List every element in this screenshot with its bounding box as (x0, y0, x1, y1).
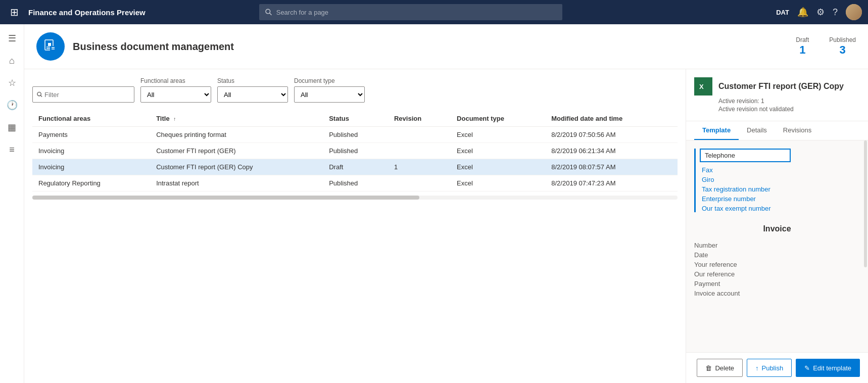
table-body: Payments Cheques printing format Publish… (32, 127, 678, 192)
sidebar-item-recent[interactable]: 🕐 (2, 95, 22, 115)
sidebar-item-favorites[interactable]: ☆ (2, 73, 22, 93)
list-icon: ≡ (9, 145, 15, 155)
delete-button[interactable]: 🗑 Delete (697, 359, 743, 377)
search-bar[interactable] (259, 4, 562, 20)
document-type-label: Document type (294, 77, 365, 84)
functional-areas-label: Functional areas (140, 77, 211, 84)
hamburger-icon: ☰ (8, 33, 16, 44)
cell-document-type: Excel (451, 143, 545, 159)
cell-modified: 8/2/2019 08:07:57 AM (545, 159, 678, 175)
draft-label: Draft (796, 36, 809, 43)
cell-revision (388, 127, 451, 143)
template-links: FaxGiroTax registration numberEnterprise… (702, 166, 860, 212)
svg-line-1 (270, 13, 272, 15)
right-panel-title: Customer FTI report (GER) Copy (718, 82, 844, 91)
notifications-icon[interactable]: 🔔 (797, 7, 808, 18)
cell-modified: 8/2/2019 07:50:56 AM (545, 127, 678, 143)
table-row[interactable]: Invoicing Customer FTI report (GER) Publ… (32, 143, 678, 159)
tab-revisions[interactable]: Revisions (775, 121, 819, 140)
sort-icon: ↑ (173, 116, 176, 122)
left-panel: Functional areas All Status All Document… (24, 69, 686, 383)
published-label: Published (829, 36, 856, 43)
grid-icon: ▦ (8, 122, 16, 133)
publish-icon: ↑ (755, 364, 759, 372)
table-row[interactable]: Payments Cheques printing format Publish… (32, 127, 678, 143)
edit-template-button[interactable]: ✎ Edit template (796, 359, 860, 377)
cell-functional-areas: Payments (32, 127, 150, 143)
sidebar-item-modules[interactable]: ≡ (2, 139, 22, 160)
edit-template-label: Edit template (813, 364, 851, 372)
col-functional-areas[interactable]: Functional areas (32, 111, 150, 127)
status-label: Status (217, 77, 288, 84)
template-link-item[interactable]: Giro (702, 176, 860, 183)
user-avatar[interactable] (846, 4, 862, 20)
svg-line-10 (40, 95, 42, 97)
main-split: Functional areas All Status All Document… (24, 69, 868, 383)
edit-icon: ✎ (804, 364, 810, 372)
cell-functional-areas: Invoicing (32, 143, 150, 159)
tab-details[interactable]: Details (739, 121, 775, 140)
template-link-item[interactable]: Fax (702, 166, 860, 174)
apps-icon: ⊞ (10, 6, 19, 18)
col-title[interactable]: Title ↑ (150, 111, 323, 127)
draft-value: 1 (796, 43, 809, 57)
cell-revision (388, 175, 451, 192)
page-header: Business document management Draft 1 Pub… (24, 24, 868, 69)
module-icon (36, 32, 65, 61)
filter-input[interactable] (44, 91, 130, 99)
template-link-item[interactable]: Our tax exempt number (702, 205, 860, 212)
table-row[interactable]: Invoicing Customer FTI report (GER) Copy… (32, 159, 678, 175)
table-row[interactable]: Regulatory Reporting Intrastat report Pu… (32, 175, 678, 192)
settings-icon[interactable]: ⚙ (816, 7, 825, 18)
scroll-thumb[interactable] (32, 196, 419, 200)
cell-modified: 8/2/2019 06:21:34 AM (545, 143, 678, 159)
tab-template[interactable]: Template (694, 121, 739, 140)
template-link-item[interactable]: Tax registration number (702, 185, 860, 193)
delete-icon: 🗑 (705, 364, 712, 372)
right-scrollbar[interactable] (864, 140, 867, 267)
template-link-item[interactable]: Enterprise number (702, 195, 860, 203)
status-select[interactable]: All (217, 86, 288, 103)
cell-document-type: Excel (451, 127, 545, 143)
right-panel-subtitle-1: Active revision: 1 (694, 98, 860, 105)
cell-status: Published (323, 127, 388, 143)
cell-title: Cheques printing format (150, 127, 323, 143)
cell-revision: 1 (388, 159, 451, 175)
document-type-filter: Document type All (294, 77, 365, 103)
functional-areas-select[interactable]: All (140, 86, 211, 103)
col-revision[interactable]: Revision (388, 111, 451, 127)
svg-rect-3 (48, 43, 51, 46)
cell-document-type: Excel (451, 175, 545, 192)
cell-status: Published (323, 143, 388, 159)
functional-areas-filter: Functional areas All (140, 77, 211, 103)
right-panel-footer: 🗑 Delete ↑ Publish ✎ Edit template (686, 352, 868, 383)
document-type-select[interactable]: All (294, 86, 365, 103)
sidebar-item-home[interactable]: ⌂ (2, 51, 22, 71)
col-document-type[interactable]: Document type (451, 111, 545, 127)
topnav-right: DAT 🔔 ⚙ ? (776, 4, 862, 20)
cell-title: Customer FTI report (GER) Copy (150, 159, 323, 175)
sidebar: ☰ ⌂ ☆ 🕐 ▦ ≡ (0, 24, 24, 383)
horizontal-scrollbar[interactable] (32, 196, 678, 200)
table-header: Functional areas Title ↑ Status Revision (32, 111, 678, 127)
col-modified[interactable]: Modified date and time (545, 111, 678, 127)
published-stat: Published 3 (829, 36, 856, 57)
publish-button[interactable]: ↑ Publish (747, 359, 792, 377)
col-status[interactable]: Status (323, 111, 388, 127)
cell-title: Intrastat report (150, 175, 323, 192)
sidebar-item-menu[interactable]: ☰ (2, 28, 22, 49)
documents-table: Functional areas Title ↑ Status Revision (32, 111, 678, 192)
help-icon[interactable]: ? (833, 7, 838, 18)
page-stats: Draft 1 Published 3 (796, 36, 856, 57)
star-icon: ☆ (8, 77, 16, 88)
status-filter: Status All (217, 77, 288, 103)
telephone-field: Telephone (700, 149, 791, 162)
right-panel-content: Telephone FaxGiroTax registration number… (686, 140, 868, 352)
invoice-section-title: Invoice (694, 224, 860, 233)
delete-label: Delete (715, 364, 734, 372)
sidebar-item-workspaces[interactable]: ▦ (2, 117, 22, 137)
search-input[interactable] (276, 9, 557, 16)
publish-label: Publish (761, 364, 783, 372)
apps-button[interactable]: ⊞ (6, 4, 22, 20)
filter-search-box[interactable] (32, 86, 134, 103)
